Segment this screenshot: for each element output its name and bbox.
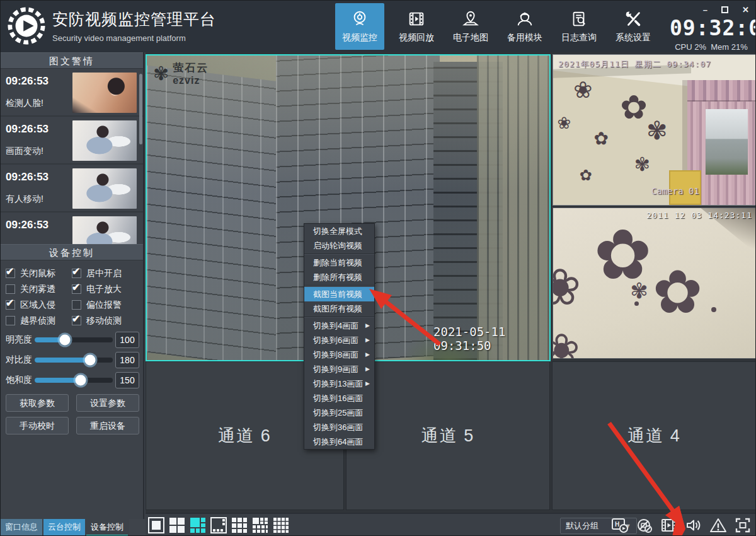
disable-preview-icon[interactable] — [636, 516, 653, 534]
clock-block: – ✕ 09:32:06 CPU 2% Mem 21% — [670, 2, 753, 52]
checkbox-close-mouse[interactable]: ✔关闭鼠标 — [6, 265, 72, 281]
nav-video-playback[interactable]: 视频回放 — [389, 3, 444, 50]
log-search-icon — [570, 9, 588, 28]
checkbox-icon[interactable] — [6, 284, 15, 294]
get-params-button[interactable]: 获取参数 — [6, 394, 69, 412]
close-button[interactable]: ✕ — [742, 6, 749, 14]
menu-item-switch-9[interactable]: 切换到9画面▶ — [304, 362, 374, 376]
checkbox-offset-alarm[interactable]: 偏位报警 — [72, 297, 138, 313]
checkbox-icon[interactable] — [72, 300, 81, 310]
brightness-value: 100 — [115, 332, 139, 348]
menu-item-screenshot-current[interactable]: 截图当前视频 — [304, 287, 374, 301]
checkbox-motion-detect[interactable]: ✔移动侦测 — [72, 313, 138, 329]
security-video-platform-window: { "app": { "title": "安防视频监控管理平台", "subti… — [0, 0, 756, 536]
fullscreen-icon[interactable] — [734, 516, 752, 534]
alarm-thumbnail[interactable] — [72, 168, 137, 209]
menu-item-delete-current[interactable]: 删除当前视频 — [304, 255, 374, 270]
nav-log-query[interactable]: 日志查询 — [552, 3, 606, 50]
checkbox-icon[interactable]: ✔ — [72, 269, 81, 278]
checkbox-icon[interactable]: ✔ — [6, 269, 15, 278]
alarm-thumbnail[interactable] — [72, 216, 137, 244]
layout-4-icon[interactable] — [169, 517, 185, 533]
device-buttons: 获取参数 设置参数 手动校时 重启设备 — [1, 390, 143, 438]
layout-6-icon-active[interactable] — [190, 517, 206, 533]
ezviz-watermark: ✾ 萤石云 ezviz — [153, 61, 209, 86]
checkbox-icon[interactable] — [6, 316, 15, 325]
tab-device-control[interactable]: 设备控制 — [86, 519, 128, 536]
slider-thumb[interactable] — [85, 355, 96, 366]
nav-backup-module[interactable]: 备用模块 — [498, 3, 552, 50]
alarm-thumbnail[interactable] — [72, 73, 137, 113]
nav-system-settings[interactable]: 系统设置 — [606, 3, 660, 50]
contrast-slider[interactable] — [35, 358, 113, 363]
menu-item-switch-6[interactable]: 切换到6画面▶ — [304, 333, 374, 347]
checkbox-icon[interactable]: ✔ — [72, 316, 81, 325]
slider-thumb[interactable] — [76, 375, 86, 386]
checkbox-line-crossing[interactable]: 越界侦测 — [6, 313, 72, 329]
camera-name-osd: Camera 01 — [651, 186, 699, 196]
film-playback-icon — [407, 9, 426, 28]
saturation-slider[interactable] — [35, 378, 113, 383]
checkbox-center-on[interactable]: ✔居中开启 — [72, 265, 138, 281]
menu-item-switch-64[interactable]: 切换到64画面 — [304, 434, 374, 449]
checkbox-digital-zoom[interactable]: ✔电子放大 — [72, 281, 138, 297]
room-video-feed: ✿ ❀ ✾ ✿ ❀ ✾ ✿ — [553, 55, 756, 205]
submenu-arrow-icon: ▶ — [365, 333, 370, 347]
layout-8-icon[interactable] — [210, 517, 227, 533]
checkbox-area-intrusion[interactable]: ✔区域入侵 — [6, 297, 72, 313]
slider-brightness: 明亮度 100 — [6, 330, 139, 350]
menu-item-delete-all[interactable]: 删除所有视频 — [304, 270, 374, 284]
layout-13-icon[interactable] — [252, 517, 268, 533]
layout-1-icon[interactable] — [148, 517, 164, 533]
menu-item-switch-16[interactable]: 切换到16画面 — [304, 391, 374, 405]
minimize-button[interactable]: – — [703, 6, 707, 14]
menu-item-fullscreen-mode[interactable]: 切换全屏模式 — [304, 224, 374, 238]
menu-item-switch-36[interactable]: 切换到36画面 — [304, 420, 374, 434]
contrast-value: 180 — [115, 352, 139, 368]
layout-9-icon[interactable] — [231, 517, 248, 533]
alarm-item-face[interactable]: 09:26:53 检测人脸! — [1, 69, 143, 117]
video-cell-flowers[interactable]: ✿ ✿ ✾ ❀ ❀ 2011 12 03 14:23:11 — [553, 207, 756, 359]
decode-mode-icon[interactable]: H — [611, 516, 629, 534]
checkbox-icon[interactable]: ✔ — [72, 284, 81, 294]
menu-item-switch-13[interactable]: 切换到13画面▶ — [304, 376, 374, 391]
alarm-item-scene-change[interactable]: 09:26:53 画面变动! — [1, 117, 143, 165]
brightness-slider[interactable] — [35, 337, 113, 342]
record-video-icon[interactable] — [660, 516, 678, 534]
map-pin-icon — [461, 9, 480, 28]
alarm-item-motion[interactable]: 09:26:53 有人移动! — [1, 165, 143, 213]
device-checkbox-grid: ✔关闭鼠标 ✔居中开启 关闭雾透 ✔电子放大 ✔区域入侵 偏位报警 越界侦测 ✔… — [1, 260, 143, 330]
slider-thumb[interactable] — [60, 335, 71, 346]
alarm-warning-icon[interactable] — [709, 516, 727, 534]
tab-ptz-control[interactable]: 云台控制 — [43, 519, 85, 536]
layout-switcher — [148, 517, 289, 533]
menu-item-switch-4[interactable]: 切换到4画面▶ — [304, 318, 374, 333]
checkbox-defog-off[interactable]: 关闭雾透 — [6, 281, 72, 297]
menu-item-screenshot-all[interactable]: 截图所有视频 — [304, 301, 374, 316]
alarm-list-scrollbar[interactable] — [139, 74, 142, 144]
video-cell-channel4[interactable]: 通道 4 — [552, 361, 756, 510]
menu-item-switch-25[interactable]: 切换到25画面 — [304, 405, 374, 420]
page-subtitle: Security video management platform — [52, 33, 216, 43]
menu-item-switch-8[interactable]: 切换到8画面▶ — [304, 347, 374, 362]
checkbox-icon[interactable]: ✔ — [6, 300, 15, 310]
svg-text:H: H — [615, 521, 619, 528]
ezviz-logo-icon: ✾ — [153, 64, 169, 83]
alarm-thumbnail[interactable] — [72, 120, 137, 161]
maximize-button[interactable] — [721, 6, 728, 13]
tab-window-info[interactable]: 窗口信息 — [1, 519, 42, 536]
app-logo-icon — [7, 6, 46, 45]
video-cell-camera01[interactable]: ✿ ❀ ✾ ✿ ❀ ✾ ✿ 2021年05月11日 星期二 09:34:07 C… — [553, 54, 756, 206]
nav-e-map[interactable]: 电子地图 — [444, 3, 498, 50]
video-cell-channel5[interactable]: 通道 5 — [346, 361, 550, 510]
reboot-device-button[interactable]: 重启设备 — [76, 417, 139, 434]
layout-16-icon[interactable] — [273, 517, 289, 533]
alarm-item-partial[interactable]: 09:26:53 — [1, 213, 143, 244]
nav-video-monitor[interactable]: 视频监控 — [335, 3, 384, 50]
manual-time-sync-button[interactable]: 手动校时 — [6, 417, 69, 434]
volume-icon[interactable] — [685, 516, 702, 534]
menu-item-start-polling[interactable]: 启动轮询视频 — [304, 238, 374, 253]
system-stats: CPU 2% Mem 21% — [670, 42, 753, 52]
set-params-button[interactable]: 设置参数 — [76, 394, 139, 412]
camera-date-osd: 2021年05月11日 星期二 09:34:07 — [558, 59, 711, 70]
